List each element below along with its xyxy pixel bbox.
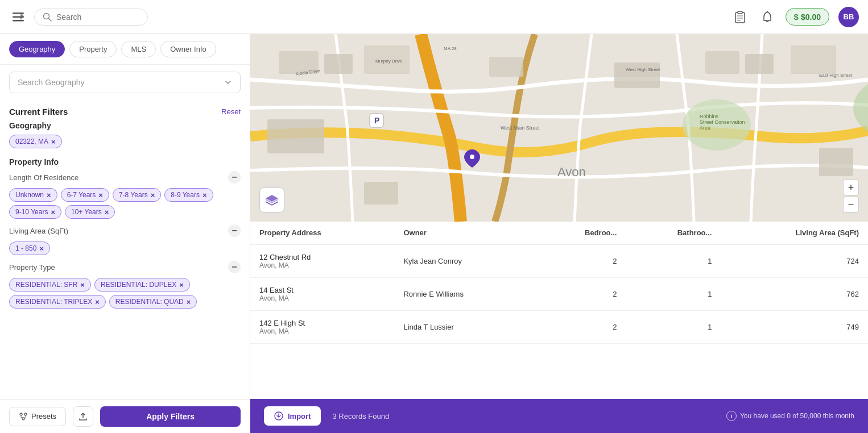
- living-area-collapse-button[interactable]: −: [228, 224, 241, 237]
- presets-icon: [19, 412, 28, 421]
- collapse-sidebar-button[interactable]: [9, 8, 27, 26]
- col-property-address: Property Address: [250, 222, 394, 244]
- property-type-tags: RESIDENTIAL: SFR × RESIDENTIAL: DUPLEX ×…: [9, 278, 241, 309]
- main-layout: Geography Property MLS Owner Info Search…: [0, 34, 868, 433]
- search-geography-input[interactable]: Search Geography: [9, 72, 241, 93]
- lor-tag-10plus[interactable]: 10+ Years ×: [65, 205, 115, 219]
- import-button[interactable]: Import: [264, 406, 321, 426]
- info-icon: i: [726, 411, 737, 421]
- export-button[interactable]: [73, 406, 93, 427]
- lor-tag-unknown-remove[interactable]: ×: [47, 191, 51, 199]
- property-type-sfr-remove[interactable]: ×: [80, 281, 85, 289]
- lor-tag-7-8[interactable]: 7-8 Years ×: [113, 188, 161, 202]
- avatar-initials: BB: [844, 13, 854, 21]
- results-table: Property Address Owner Bedroo... Bathroo…: [250, 222, 868, 344]
- right-panel: Robbins Street Conservation Area Kiddie …: [250, 34, 868, 433]
- property-type-sfr[interactable]: RESIDENTIAL: SFR ×: [9, 278, 91, 292]
- property-type-duplex[interactable]: RESIDENTIAL: DUPLEX ×: [94, 278, 190, 292]
- avatar[interactable]: BB: [838, 7, 859, 27]
- living-area-tag-1-850[interactable]: 1 - 850 ×: [9, 242, 50, 255]
- map-layers-button[interactable]: [259, 188, 284, 213]
- search-bar[interactable]: [34, 9, 148, 26]
- geography-tag-02322[interactable]: 02322, MA ×: [9, 135, 62, 148]
- import-label: Import: [288, 412, 311, 420]
- reset-button[interactable]: Reset: [221, 107, 241, 116]
- header-left: [9, 8, 148, 26]
- living-area-tag-label: 1 - 850: [15, 244, 36, 252]
- property-type-header: Property Type −: [9, 261, 241, 273]
- svg-text:Robbins: Robbins: [700, 114, 719, 119]
- cell-living-area-2: 749: [721, 311, 868, 344]
- lor-label: Length Of Residence: [9, 173, 78, 182]
- usage-info: i You have used 0 of 50,000 this month: [726, 411, 854, 421]
- lor-tag-9-10-remove[interactable]: ×: [51, 209, 55, 216]
- cell-bathrooms-1: 1: [626, 278, 721, 311]
- records-found: 3 Records Found: [332, 412, 389, 420]
- col-bedrooms: Bedroo...: [535, 222, 626, 244]
- geography-tag-remove[interactable]: ×: [51, 138, 56, 145]
- svg-rect-27: [745, 54, 774, 74]
- dollar-sign-icon: $: [794, 12, 799, 22]
- property-type-duplex-remove[interactable]: ×: [179, 281, 184, 289]
- living-area-tag-remove[interactable]: ×: [39, 245, 44, 252]
- zoom-out-button[interactable]: −: [843, 197, 859, 213]
- cell-owner-0: Kyla Jean Conroy: [394, 244, 535, 278]
- svg-text:East High Street: East High Street: [819, 73, 853, 78]
- right-bottom-bar: Import 3 Records Found i You have used 0…: [250, 399, 868, 433]
- lor-tag-10plus-label: 10+ Years: [71, 208, 102, 216]
- property-type-quad[interactable]: RESIDENTIAL: QUAD ×: [109, 295, 197, 309]
- property-type-triplex[interactable]: RESIDENTIAL: TRIPLEX ×: [9, 295, 106, 309]
- layers-icon: [265, 194, 279, 206]
- svg-text:West High Street: West High Street: [626, 67, 660, 72]
- property-type-triplex-remove[interactable]: ×: [95, 298, 100, 306]
- geography-tags: 02322, MA ×: [9, 135, 241, 148]
- cell-living-area-0: 724: [721, 244, 868, 278]
- tab-owner-info[interactable]: Owner Info: [160, 41, 216, 57]
- presets-label: Presets: [31, 412, 56, 420]
- lor-tag-7-8-remove[interactable]: ×: [151, 191, 155, 199]
- current-filters-header: Current Filters Reset: [9, 100, 241, 121]
- search-input[interactable]: [56, 13, 125, 22]
- balance-amount: $0.00: [801, 13, 821, 22]
- svg-text:Avon: Avon: [557, 165, 586, 179]
- tab-property[interactable]: Property: [69, 41, 117, 57]
- svg-rect-28: [791, 45, 836, 74]
- lor-tag-9-10[interactable]: 9-10 Years ×: [9, 205, 61, 219]
- header-right: $ $0.00 BB: [731, 7, 859, 27]
- table-row[interactable]: 14 East St Avon, MA Ronnie E Williams 2 …: [250, 278, 868, 311]
- tab-geography[interactable]: Geography: [9, 41, 65, 57]
- notification-icon[interactable]: [758, 8, 776, 26]
- lor-tag-7-8-label: 7-8 Years: [119, 191, 148, 199]
- svg-rect-25: [614, 63, 660, 88]
- presets-button[interactable]: Presets: [9, 407, 66, 426]
- apply-filters-button[interactable]: Apply Filters: [100, 406, 241, 427]
- lor-tag-8-9[interactable]: 8-9 Years ×: [164, 188, 213, 202]
- lor-collapse-button[interactable]: −: [228, 171, 241, 184]
- lor-tags-container: Unknown × 6-7 Years × 7-8 Years × 8-9 Ye…: [9, 188, 241, 219]
- lor-tag-9-10-label: 9-10 Years: [15, 208, 48, 216]
- zoom-in-button[interactable]: +: [843, 180, 859, 195]
- lor-tag-unknown[interactable]: Unknown ×: [9, 188, 57, 202]
- svg-text:Street Conservation: Street Conservation: [700, 119, 745, 125]
- svg-point-13: [24, 413, 27, 415]
- lor-tag-6-7-remove[interactable]: ×: [98, 191, 103, 199]
- property-type-collapse-button[interactable]: −: [228, 261, 241, 273]
- svg-rect-20: [324, 54, 353, 74]
- map-area[interactable]: Robbins Street Conservation Area Kiddie …: [250, 34, 868, 222]
- property-type-quad-remove[interactable]: ×: [187, 298, 191, 306]
- balance-button[interactable]: $ $0.00: [786, 8, 829, 26]
- table-row[interactable]: 142 E High St Avon, MA Linda T Lussier 2…: [250, 311, 868, 344]
- cell-living-area-1: 762: [721, 278, 868, 311]
- tab-mls[interactable]: MLS: [121, 41, 156, 57]
- clipboard-icon[interactable]: [731, 8, 749, 26]
- lor-tag-8-9-remove[interactable]: ×: [202, 191, 207, 199]
- table-row[interactable]: 12 Chestnut Rd Avon, MA Kyla Jean Conroy…: [250, 244, 868, 278]
- svg-rect-29: [819, 148, 853, 176]
- address-line2-2: Avon, MA: [259, 327, 385, 335]
- property-type-duplex-label: RESIDENTIAL: DUPLEX: [101, 281, 176, 289]
- svg-rect-24: [489, 57, 523, 77]
- lor-tag-8-9-label: 8-9 Years: [171, 191, 200, 199]
- lor-tag-10plus-remove[interactable]: ×: [105, 209, 109, 216]
- lor-tag-6-7[interactable]: 6-7 Years ×: [61, 188, 109, 202]
- svg-point-12: [20, 413, 22, 415]
